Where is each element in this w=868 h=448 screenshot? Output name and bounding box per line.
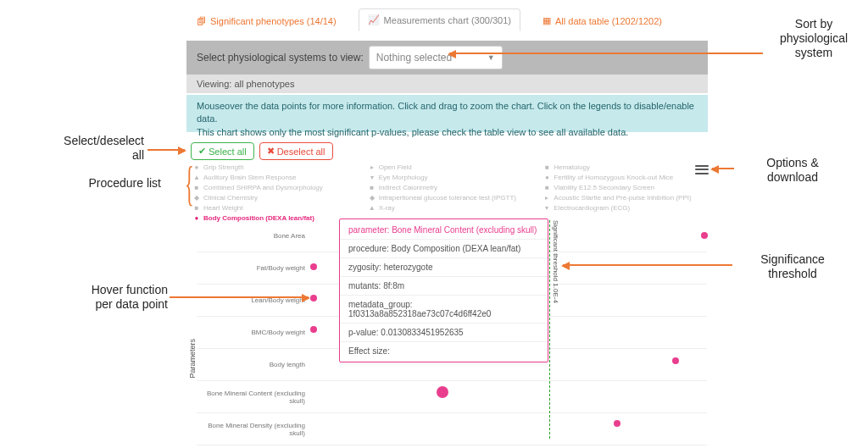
legend-symbol-icon: ▸ [543,195,550,202]
select-all-button[interactable]: ✔ Select all [191,142,254,160]
viewing-bar: Viewing: all phenotypes [186,75,708,93]
parameter-label: Bone Mineral Density (excluding skull) [197,422,305,437]
data-point[interactable] [310,326,317,333]
y-axis-title: Parameters [188,339,197,379]
annotation-options: Options & download [737,156,848,185]
legend-col: ■Hematology●Fertility of Homozygous Knoc… [543,163,705,224]
tooltip-metadata: metadata_group: 1f0313a8a852318ae73c07c4… [340,296,548,324]
chevron-down-icon: ▼ [487,53,495,62]
legend-item[interactable]: ▾Eye Morphology [369,173,531,183]
legend-symbol-icon: ◆ [369,195,376,202]
tooltip-effect: Effect size: [340,342,548,360]
legend-symbol-icon: ▲ [369,205,376,212]
legend-item[interactable]: ●Grip Strength [193,163,355,173]
system-select-placeholder: Nothing selected [376,52,452,64]
parameter-label: Body length [197,361,305,368]
chart-row: Bone Mineral Content (excluding skull) [197,381,707,413]
legend-item[interactable]: ▸Open Field [369,163,531,173]
legend-item[interactable]: ▲Auditory Brain Stem Response [193,173,355,183]
legend-item[interactable]: ■Viability E12.5 Secondary Screen [543,183,705,193]
legend-item[interactable]: ■Heart Weight [193,203,355,213]
parameter-label: Bone Mineral Content (excluding skull) [197,390,305,405]
legend-item[interactable]: ▾Electrocardiogram (ECG) [543,203,705,213]
legend-label: Electrocardiogram (ECG) [554,203,630,213]
legend-symbol-icon: ■ [369,185,376,191]
system-select[interactable]: Nothing selected ▼ [369,46,503,69]
tooltip-procedure: procedure: Body Composition (DEXA lean/f… [340,240,548,258]
viewing-text: Viewing: all phenotypes [197,79,294,89]
legend-item[interactable]: ■Combined SHIRPA and Dysmorphology [193,183,355,193]
legend-item[interactable]: ■Hematology [543,163,705,173]
brace-icon: { [185,157,194,211]
chart-icon: 📈 [368,14,380,25]
legend-label: Auditory Brain Stem Response [203,173,296,183]
tab-label: All data table (1202/1202) [555,16,662,26]
legend-label: Open Field [379,163,412,173]
legend-symbol-icon: ■ [543,164,550,171]
data-point[interactable] [701,232,708,239]
legend-item[interactable]: ●Fertility of Homozygous Knock-out Mice [543,173,705,183]
chart-row: Bone Mineral Density (excluding skull) [197,413,707,445]
tooltip-parameter: parameter: Bone Mineral Content (excludi… [340,221,548,240]
tooltip-zygosity: zygosity: heterozygote [340,258,548,277]
legend-label: Eye Morphology [379,173,428,183]
data-point[interactable] [614,420,620,427]
legend-col: ▸Open Field▾Eye Morphology■Indirect Calo… [369,163,531,224]
annotation-sort-by: Sort by physiological system [767,17,860,59]
parameter-label: Bone Area [197,232,305,240]
legend-item[interactable]: ◆Clinical Chemistry [193,193,355,203]
arrow-icon [563,264,732,266]
select-buttons: ✔ Select all ✖ Deselect all [191,142,333,160]
data-point[interactable] [437,386,448,398]
data-point[interactable] [310,295,317,301]
tab-measurements[interactable]: 📈 Measurements chart (300/301) [359,8,520,31]
legend-label: Clinical Chemistry [203,193,258,203]
threshold-line [549,220,550,439]
legend-label: Acoustic Startle and Pre-pulse Inhibitio… [554,193,691,203]
legend-symbol-icon: ▲ [193,174,200,181]
legend-item[interactable]: ▲X-ray [369,203,531,213]
data-point[interactable] [672,357,679,364]
legend-label: Indirect Calorimetry [379,183,437,193]
legend-item[interactable]: ◆Intraperitoneal glucose tolerance test … [369,193,531,203]
info-line: Mouseover the data points for more infor… [197,100,698,126]
legend-item[interactable]: ■Indirect Calorimetry [369,183,531,193]
legend-symbol-icon: ● [543,174,550,181]
legend-symbol-icon: ◆ [193,195,200,202]
tooltip-mutants: mutants: 8f:8m [340,277,548,296]
legend-symbol-icon: ■ [193,205,200,212]
annotation-threshold: Significance threshold [737,252,848,281]
tab-significant[interactable]: 🗐 Significant phenotypes (14/14) [195,11,338,31]
parameter-label: BMC/Body weight [197,329,305,336]
parameter-label: Fat/Body weight [197,264,305,272]
data-point[interactable] [310,263,317,270]
procedure-legend: ●Grip Strength▲Auditory Brain Stem Respo… [193,163,705,224]
arrow-icon [170,296,309,298]
threshold-label: Significant threshold 1.0E-4 [552,220,559,303]
info-bar: Mouseover the data points for more infor… [186,95,708,132]
legend-label: Heart Weight [203,203,243,213]
tab-alldata[interactable]: ▦ All data table (1202/1202) [541,10,664,31]
table-icon: ▦ [542,15,551,26]
annotation-hover: Hover function per data point [41,283,168,312]
legend-label: Intraperitoneal glucose tolerance test (… [379,193,516,203]
legend-symbol-icon: ● [193,164,200,171]
info-line: This chart shows only the most significa… [197,126,698,139]
tooltip-pvalue: p-value: 0.0130833451952635 [340,324,548,342]
legend-label: Combined SHIRPA and Dysmorphology [203,183,323,193]
legend-label: Viability E12.5 Secondary Screen [554,183,654,193]
arrow-icon [449,53,763,54]
tabs: 🗐 Significant phenotypes (14/14) 📈 Measu… [195,8,664,31]
deselect-all-button[interactable]: ✖ Deselect all [259,142,333,160]
datapoint-tooltip: parameter: Bone Mineral Content (excludi… [339,218,548,362]
legend-symbol-icon: ▾ [369,174,376,181]
legend-symbol-icon: ▸ [369,164,376,171]
legend-col: ●Grip Strength▲Auditory Brain Stem Respo… [193,163,355,224]
tab-label: Significant phenotypes (14/14) [210,16,337,26]
annotation-procedure-list: Procedure list [59,176,161,191]
legend-item[interactable]: ▸Acoustic Startle and Pre-pulse Inhibiti… [543,193,705,203]
arrow-icon [712,168,734,169]
close-icon: ✖ [267,146,275,157]
legend-label: Fertility of Homozygous Knock-out Mice [554,173,673,183]
annotation-select-all: Select/deselect all [25,134,144,163]
